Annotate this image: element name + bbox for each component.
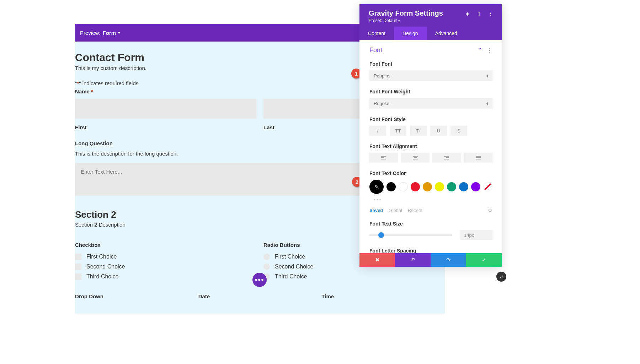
- text-size-label: Font Text Size: [369, 221, 492, 227]
- font-style-label: Font Font Style: [369, 116, 492, 122]
- dropdown-arrows-icon: ▴▾: [486, 74, 488, 77]
- align-right-button[interactable]: [432, 153, 461, 163]
- color-swatch[interactable]: [411, 182, 420, 191]
- color-swatch-none[interactable]: [483, 182, 492, 191]
- radio-icon: [263, 264, 270, 270]
- redo-icon: ↷: [446, 257, 451, 263]
- first-name-input[interactable]: [75, 99, 256, 119]
- pagination-dots: [374, 199, 492, 200]
- align-center-button[interactable]: [401, 153, 430, 163]
- font-font-dropdown[interactable]: Poppins ▴▾: [369, 70, 492, 81]
- form-selector[interactable]: Form: [103, 30, 116, 36]
- color-swatch[interactable]: [435, 182, 444, 191]
- first-name-label: First: [75, 124, 256, 130]
- checkbox-item[interactable]: Third Choice: [75, 273, 256, 280]
- floating-action-button[interactable]: •••: [252, 273, 267, 287]
- text-size-value[interactable]: 14px: [460, 230, 492, 240]
- checkbox-label: Checkbox: [75, 242, 256, 248]
- text-color-label: Font Text Color: [369, 170, 492, 176]
- strikethrough-button[interactable]: S: [450, 126, 467, 136]
- color-swatches: ✎: [369, 180, 492, 194]
- checkbox-item[interactable]: Second Choice: [75, 264, 256, 270]
- preview-label: Preview:: [80, 30, 101, 36]
- close-button[interactable]: ✖: [359, 253, 395, 267]
- tab-advanced[interactable]: Advanced: [427, 27, 466, 40]
- checkbox-column: Checkbox First Choice Second Choice Thir…: [75, 242, 256, 283]
- save-button[interactable]: ✓: [466, 253, 502, 267]
- underline-button[interactable]: U: [430, 126, 447, 136]
- more-vertical-icon[interactable]: ⋮: [487, 47, 492, 54]
- color-picker-button[interactable]: ✎: [369, 180, 384, 194]
- redo-button[interactable]: ↷: [431, 253, 466, 267]
- font-font-label: Font Font: [369, 61, 492, 67]
- dropdown-arrows-icon: ▴▾: [486, 102, 488, 105]
- bottom-fields-row: Drop Down Date Time: [75, 293, 445, 299]
- preset-selector[interactable]: Preset: Default▼: [369, 18, 493, 23]
- settings-panel: Gravity Form Settings ◈ ▯ ⋮ Preset: Defa…: [359, 4, 502, 267]
- dropdown-label: Drop Down: [75, 293, 198, 299]
- tab-content[interactable]: Content: [359, 27, 394, 40]
- chevron-up-icon: ⌃: [478, 47, 482, 54]
- uppercase-button[interactable]: TT: [390, 126, 406, 136]
- font-section-header[interactable]: Font ⌃ ⋮: [369, 47, 492, 54]
- color-swatch[interactable]: [471, 182, 480, 191]
- layout-icon[interactable]: ▯: [478, 11, 480, 16]
- header-icons: ◈ ▯ ⋮: [466, 11, 493, 16]
- tab-design[interactable]: Design: [394, 27, 427, 40]
- font-weight-label: Font Font Weight: [369, 89, 492, 94]
- radio-item[interactable]: Third Choice: [263, 273, 445, 280]
- footer-buttons: ✖ ↶ ↷ ✓: [359, 253, 502, 267]
- undo-icon: ↶: [411, 257, 415, 263]
- undo-button[interactable]: ↶: [395, 253, 431, 267]
- color-swatch[interactable]: [447, 182, 456, 191]
- align-justify-button[interactable]: [464, 153, 493, 163]
- text-size-slider[interactable]: [369, 234, 452, 236]
- settings-title: Gravity Form Settings: [369, 9, 443, 17]
- color-tab-recent[interactable]: Recent: [408, 208, 422, 213]
- align-left-button[interactable]: [369, 153, 398, 163]
- date-label: Date: [198, 293, 322, 299]
- alignment-label: Font Text Alignment: [369, 143, 492, 149]
- font-style-buttons: I TT TT U S: [369, 126, 492, 136]
- letter-spacing-label: Font Letter Spacing: [369, 248, 492, 253]
- checkbox-icon: [75, 273, 81, 280]
- color-palette-tabs: Saved Global Recent ⚙: [369, 207, 492, 213]
- gear-icon[interactable]: ⚙: [488, 207, 492, 213]
- italic-button[interactable]: I: [369, 126, 386, 136]
- close-icon: ✖: [375, 257, 380, 263]
- radio-icon: [263, 254, 270, 260]
- caret-down-icon: ▼: [398, 20, 400, 23]
- more-icon[interactable]: ⋮: [488, 11, 493, 16]
- caret-down-icon: ▼: [117, 31, 121, 35]
- color-tab-saved[interactable]: Saved: [369, 208, 383, 213]
- alignment-buttons: [369, 153, 492, 163]
- settings-header: Gravity Form Settings ◈ ▯ ⋮ Preset: Defa…: [359, 4, 502, 27]
- settings-body: Font ⌃ ⋮ Font Font Poppins ▴▾ Font Font …: [359, 40, 502, 253]
- first-name-col: First: [75, 99, 256, 130]
- time-label: Time: [321, 293, 445, 299]
- font-weight-dropdown[interactable]: Regular ▴▾: [369, 98, 492, 109]
- expand-icon: ⤢: [500, 274, 503, 279]
- check-icon: ✓: [482, 257, 486, 263]
- eyedropper-icon: ✎: [374, 184, 379, 190]
- color-swatch[interactable]: [386, 182, 396, 191]
- checkbox-item[interactable]: First Choice: [75, 254, 256, 260]
- color-swatch[interactable]: [459, 182, 468, 191]
- checkbox-icon: [75, 254, 81, 260]
- settings-tabs: Content Design Advanced: [359, 27, 502, 40]
- expand-button[interactable]: ⤢: [496, 272, 506, 282]
- target-icon[interactable]: ◈: [466, 11, 470, 16]
- checkbox-icon: [75, 264, 81, 270]
- smallcaps-button[interactable]: TT: [410, 126, 427, 136]
- color-tab-global[interactable]: Global: [389, 208, 402, 213]
- text-size-row: 14px: [369, 230, 492, 240]
- color-swatch[interactable]: [399, 182, 408, 191]
- color-swatch[interactable]: [423, 182, 432, 191]
